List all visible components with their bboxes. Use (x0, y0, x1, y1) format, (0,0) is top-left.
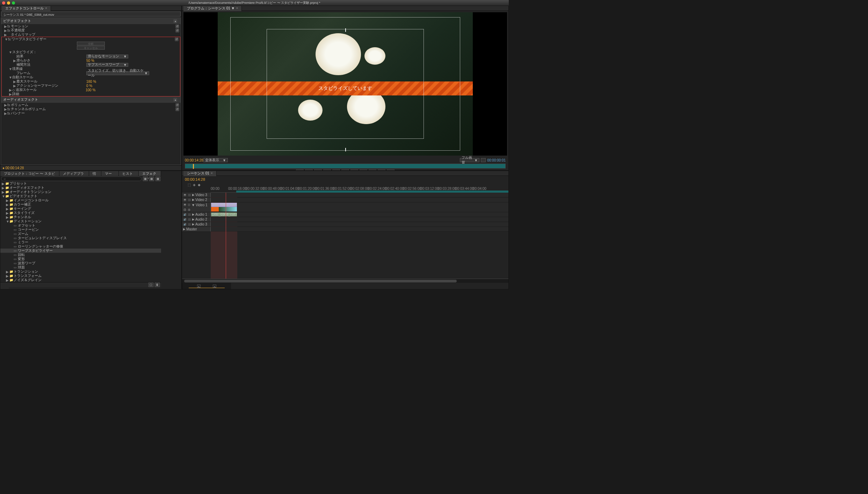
trash-icon[interactable]: 🗑 (155, 282, 160, 287)
fx-icon[interactable]: fx (7, 29, 11, 33)
zoom-window-icon[interactable] (12, 1, 15, 5)
twirl-icon[interactable]: ▼ (9, 50, 12, 54)
audio-clip[interactable]: D8E_0368_cut.mov [A] (211, 212, 237, 217)
handle-icon[interactable] (345, 148, 346, 151)
speaker-icon[interactable]: 🔊 (183, 218, 187, 221)
close-icon[interactable]: × (45, 6, 47, 10)
effect-controls-timecode[interactable]: ● 00:00:14:28 (0, 165, 181, 170)
twirl-icon[interactable]: ▶ (13, 84, 16, 88)
effect-warp-stabilizer[interactable]: ワープスタビライザー (12, 37, 81, 42)
add-scale-value[interactable]: 100 % (86, 88, 95, 92)
collapse-icon[interactable]: ▴ (173, 19, 177, 23)
track-style-icon[interactable]: ◇ (187, 208, 191, 212)
twirl-icon[interactable]: ▶ (6, 278, 9, 282)
fx-icon[interactable]: fx (7, 24, 11, 28)
close-icon[interactable]: × (211, 171, 213, 175)
program-timecode-left[interactable]: 00:00:14:28 (185, 158, 203, 162)
twirl-icon[interactable]: ▶ (4, 24, 7, 28)
close-icon[interactable]: × (236, 6, 238, 10)
filter-accelerated-icon[interactable]: ▦ (149, 177, 154, 181)
speaker-icon[interactable]: 🔊 (183, 213, 187, 216)
twirl-icon[interactable]: ▶ (6, 270, 9, 274)
lock-icon[interactable] (188, 193, 191, 197)
sync-lock-icon[interactable]: ◈ (193, 183, 196, 186)
reset-icon[interactable]: ↺ (175, 37, 179, 41)
tab-markers[interactable]: マーカー (101, 171, 119, 176)
method-dropdown[interactable]: サブスペースワープ▼ (86, 63, 128, 67)
tab-effects[interactable]: エフェクト× (139, 171, 161, 176)
collapse-icon[interactable]: ▴ (173, 98, 177, 102)
tab-effect-controls[interactable]: エフェクトコントロール× (2, 6, 51, 11)
twirl-icon[interactable]: ▼ (9, 76, 12, 79)
fx-icon[interactable]: fx (7, 107, 11, 111)
filter-yuv-icon[interactable]: ▦ (155, 177, 160, 181)
twirl-icon[interactable]: ▼ (2, 194, 5, 198)
twirl-icon[interactable]: ▶ (9, 88, 12, 92)
folder-item[interactable]: ▶📁ノイズ＆グレイン (0, 278, 161, 282)
solo-button[interactable]: s (197, 285, 201, 288)
tab-sequence[interactable]: シーケンス 01× (183, 171, 217, 176)
twirl-icon[interactable]: ▶ (4, 33, 7, 37)
playhead[interactable] (226, 193, 226, 279)
twirl-icon[interactable]: ▼ (5, 37, 8, 41)
keyframe-icon[interactable]: ◇ (12, 88, 16, 92)
twirl-icon[interactable]: ▶ (6, 215, 9, 219)
tab-program[interactable]: プログラム：シーケンス 01 ▼× (183, 6, 242, 11)
eye-icon[interactable]: 👁 (183, 193, 187, 197)
twirl-icon[interactable]: ▶ (6, 207, 9, 211)
timeline-scrollbar[interactable] (182, 279, 508, 283)
reset-icon[interactable]: ↺ (175, 107, 179, 111)
twirl-icon[interactable]: ▶ (4, 29, 7, 33)
twirl-icon[interactable]: ▶ (2, 186, 5, 190)
handle-icon[interactable] (345, 28, 346, 32)
frame-dropdown[interactable]: スタビライズ、切り抜き、自動スケール▼ (86, 71, 149, 75)
eye-icon[interactable]: 👁 (183, 203, 187, 207)
reset-icon[interactable]: ↺ (175, 24, 179, 28)
minimize-window-icon[interactable] (7, 1, 10, 5)
effect-time-remap[interactable]: タイムリマップ (11, 32, 81, 37)
twirl-icon[interactable]: ▼ (6, 220, 9, 223)
fx-icon[interactable]: fx (7, 112, 11, 115)
fx-icon[interactable]: fx (8, 37, 12, 41)
max-scale-value[interactable]: 180 % (86, 80, 96, 84)
lock-icon[interactable] (188, 218, 191, 221)
marker-icon[interactable]: ◆ (198, 183, 201, 186)
twirl-icon[interactable]: ▶ (13, 80, 16, 84)
reset-icon[interactable]: ↺ (175, 29, 179, 33)
search-input[interactable] (1, 177, 142, 181)
video-clip[interactable]: D8E_0368_cut.mov [V] (211, 202, 237, 212)
eye-icon[interactable]: 👁 (183, 198, 187, 202)
tab-info[interactable]: 情報 (89, 171, 101, 176)
timeline-ruler[interactable]: 00:0000:00:16:0000:00:32:0000:00:48:0000… (211, 186, 508, 193)
twirl-icon[interactable]: ▶ (4, 112, 7, 115)
twirl-icon[interactable]: ▶ (6, 199, 9, 202)
twirl-icon[interactable]: ▶ (4, 107, 7, 111)
twirl-icon[interactable]: ▶ (4, 103, 7, 107)
twirl-icon[interactable]: ▶ (2, 190, 5, 194)
action-safe-value[interactable]: 0 % (86, 84, 92, 88)
tab-project[interactable]: プロジェクト：コピー 〜 スタビライザー実験 (0, 171, 59, 176)
solo-button[interactable]: s (213, 285, 216, 288)
twirl-icon[interactable]: ▶ (6, 211, 9, 215)
result-dropdown[interactable]: 滑らかなモーション▼ (86, 55, 128, 58)
keyframe-mode-icon[interactable]: ▢ (183, 208, 187, 212)
settings-icon[interactable] (481, 158, 486, 162)
zoom-dropdown[interactable]: 全体表示▼ (203, 158, 228, 162)
speaker-icon[interactable]: 🔊 (183, 223, 187, 226)
twirl-icon[interactable]: ▶ (13, 59, 16, 63)
twirl-icon[interactable]: ▶ (9, 92, 12, 96)
lock-icon[interactable] (187, 203, 191, 207)
twirl-icon[interactable]: ▶ (2, 182, 5, 186)
twirl-icon[interactable]: ▼ (9, 67, 12, 71)
cancel-button[interactable]: キャンセル (77, 46, 105, 50)
filter-32bit-icon[interactable]: ▦ (143, 177, 148, 181)
effect-panner[interactable]: パンナー (11, 111, 81, 116)
twirl-icon[interactable]: ▶ (6, 274, 9, 278)
smoothness-value[interactable]: 50 % (86, 59, 94, 63)
analyze-button[interactable]: 分析 (77, 42, 105, 45)
close-window-icon[interactable] (2, 1, 5, 5)
quality-dropdown[interactable]: フル画質▼ (460, 158, 479, 162)
lock-icon[interactable] (188, 213, 191, 216)
snap-icon[interactable]: ⬚ (188, 183, 191, 186)
new-bin-icon[interactable]: ▢ (149, 282, 153, 287)
